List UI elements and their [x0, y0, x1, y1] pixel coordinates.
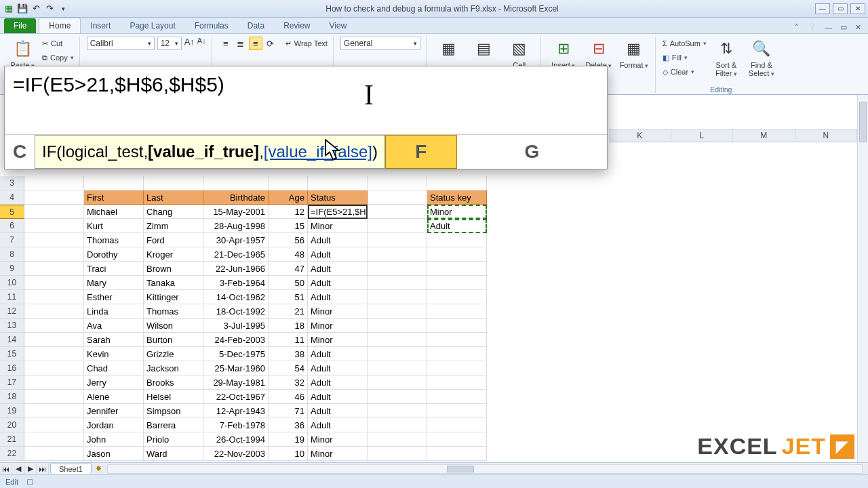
row-header[interactable]: 16 [0, 361, 24, 375]
cell-status[interactable]: Adult [308, 233, 368, 247]
sheet-nav-next-icon[interactable]: ▶ [24, 464, 37, 474]
cell-status-key-adult[interactable]: Adult [427, 219, 487, 233]
row-header[interactable]: 14 [0, 333, 24, 347]
font-size-select[interactable]: 12▾ [157, 37, 182, 50]
cell-age[interactable]: 32 [269, 375, 308, 390]
cell-birthdate[interactable]: 29-May-1981 [203, 375, 269, 390]
row-header[interactable]: 8 [0, 247, 24, 262]
cell-age[interactable]: 50 [269, 276, 308, 290]
cell-first[interactable]: Chad [84, 361, 144, 375]
cell-last[interactable]: Burton [144, 333, 203, 347]
row-header[interactable]: 12 [0, 304, 24, 319]
cell-age[interactable]: 48 [269, 247, 308, 262]
cell-birthdate[interactable]: 28-Aug-1998 [203, 219, 269, 233]
maximize-button[interactable]: ▭ [833, 3, 848, 14]
header-status-key[interactable]: Status key [427, 190, 487, 205]
format-cells-button[interactable]: ▦Format [618, 37, 650, 83]
cell-status[interactable]: Adult [308, 404, 368, 418]
cell-status-key-minor[interactable]: Minor [427, 205, 487, 219]
cell-birthdate[interactable]: 25-Mar-1960 [203, 361, 269, 375]
cell[interactable] [427, 176, 487, 190]
cell[interactable] [368, 319, 427, 333]
cell-first[interactable]: Sarah [84, 333, 144, 347]
wrap-text-button[interactable]: ↵Wrap Text [285, 37, 328, 50]
cell-last[interactable]: Helsel [144, 390, 203, 404]
redo-icon[interactable]: ↷ [43, 3, 56, 15]
cell[interactable] [368, 219, 427, 233]
cell-first[interactable]: Jerry [84, 375, 144, 390]
autosum-button[interactable]: ΣAutoSum [663, 37, 707, 50]
cell-age[interactable]: 19 [269, 432, 308, 447]
cell[interactable] [24, 219, 84, 233]
find-select-button[interactable]: 🔍Find & Select [746, 37, 777, 83]
worksheet-grid[interactable]: 345678910111213141516171819202122 FirstL… [0, 176, 857, 462]
cell-status[interactable]: Minor [308, 219, 368, 233]
cell-last[interactable]: Priolo [144, 432, 203, 447]
cell[interactable] [427, 262, 487, 276]
header-age[interactable]: Age [269, 190, 308, 205]
cell-birthdate[interactable]: 22-Nov-2003 [203, 447, 269, 461]
cell-status[interactable]: Adult [308, 290, 368, 304]
cell-status[interactable]: Adult [308, 390, 368, 404]
cell[interactable] [368, 190, 427, 205]
cell-status[interactable]: Adult [308, 276, 368, 290]
cell[interactable] [368, 333, 427, 347]
cell[interactable] [24, 233, 84, 247]
cell-age[interactable]: 56 [269, 233, 308, 247]
row-header[interactable]: 9 [0, 262, 24, 276]
cell-last[interactable]: Thomas [144, 304, 203, 319]
sheet-nav-prev-icon[interactable]: ◀ [12, 464, 24, 474]
cell[interactable] [84, 176, 144, 190]
tab-view[interactable]: View [320, 18, 357, 33]
cell-last[interactable]: Ford [144, 233, 203, 247]
cell-first[interactable]: Jason [84, 447, 144, 461]
cell-age[interactable]: 11 [269, 333, 308, 347]
cell-birthdate[interactable]: 24-Feb-2003 [203, 333, 269, 347]
cell-last[interactable]: Ward [144, 447, 203, 461]
cell[interactable] [427, 418, 487, 432]
cell[interactable] [427, 290, 487, 304]
cell-first[interactable]: Ava [84, 319, 144, 333]
row-header[interactable]: 20 [0, 418, 24, 432]
close-button[interactable]: ✕ [850, 3, 865, 14]
cell[interactable] [368, 233, 427, 247]
formula-bar-input[interactable]: =IF(E5>21,$H$6,$H$5) I [5, 66, 607, 134]
cell-age[interactable]: 36 [269, 418, 308, 432]
cell[interactable] [24, 304, 84, 319]
sort-filter-button[interactable]: ⇅Sort & Filter [711, 37, 742, 83]
tab-file[interactable]: File [4, 18, 36, 33]
cell[interactable] [24, 361, 84, 375]
cell-first[interactable]: Mary [84, 276, 144, 290]
cell-first[interactable]: Traci [84, 262, 144, 276]
cell-last[interactable]: Kittinger [144, 290, 203, 304]
cell-last[interactable]: Brown [144, 262, 203, 276]
orientation-icon[interactable]: ⟳ [264, 37, 277, 50]
cell[interactable] [24, 447, 84, 461]
cell-status[interactable]: Minor [308, 432, 368, 447]
cell-last[interactable]: Wilson [144, 319, 203, 333]
cell-status[interactable]: Adult [308, 361, 368, 375]
cell[interactable] [24, 176, 84, 190]
cell-status[interactable]: Minor [308, 447, 368, 461]
cell[interactable] [368, 276, 427, 290]
cell-birthdate[interactable]: 22-Oct-1967 [203, 390, 269, 404]
align-center-icon[interactable]: ≣ [234, 37, 248, 50]
cell-last[interactable]: Zimm [144, 219, 203, 233]
cell-first[interactable]: Alene [84, 390, 144, 404]
cell-birthdate[interactable]: 26-Oct-1994 [203, 432, 269, 447]
cell-age[interactable]: 15 [269, 219, 308, 233]
cell[interactable] [427, 333, 487, 347]
cell-birthdate[interactable]: 7-Feb-1978 [203, 418, 269, 432]
cell-status[interactable]: Adult [308, 347, 368, 361]
cell-status-editing[interactable]: =IF(E5>21,$H [308, 205, 368, 219]
cell-age[interactable]: 12 [269, 205, 308, 219]
align-left-icon[interactable]: ≡ [219, 37, 233, 50]
cell-first[interactable]: John [84, 432, 144, 447]
header-status[interactable]: Status [308, 190, 368, 205]
help-icon[interactable]: ❔ [804, 22, 819, 33]
tab-insert[interactable]: Insert [81, 18, 120, 33]
cell-first[interactable]: Kevin [84, 347, 144, 361]
cell[interactable] [368, 290, 427, 304]
cell-status[interactable]: Minor [308, 319, 368, 333]
cell-last[interactable]: Jackson [144, 361, 203, 375]
